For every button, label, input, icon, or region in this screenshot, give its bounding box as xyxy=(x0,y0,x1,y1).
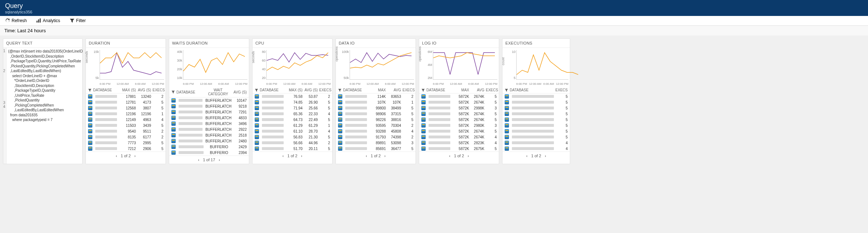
table-row[interactable]: 954095112 xyxy=(86,128,166,134)
column-filter-icon[interactable] xyxy=(505,88,508,92)
table-row[interactable]: 93288458084 xyxy=(336,128,416,134)
table-row[interactable]: BUFFERIO2394 xyxy=(169,150,249,155)
table-row[interactable]: 61.1028.704 xyxy=(253,128,332,134)
table-row[interactable]: 76.5853.872 xyxy=(253,93,332,99)
table-row[interactable]: 4 xyxy=(502,146,570,151)
table-row[interactable]: 99800384995 xyxy=(336,105,416,111)
table-row[interactable]: 5872K2674K5 xyxy=(419,93,499,99)
col-avg[interactable]: AVG (S) xyxy=(233,90,247,94)
column-filter-icon[interactable] xyxy=(338,88,342,92)
table-row[interactable]: 89891530983 xyxy=(336,140,416,146)
table-row[interactable]: BUFFERLATCH9218 xyxy=(169,103,249,109)
dataio-chart[interactable]: operations 100k50k 6:00 PM12:00 AM6:00 A… xyxy=(336,48,416,87)
col-avg[interactable]: AVG (S) xyxy=(304,88,318,92)
pager-next[interactable]: › xyxy=(219,158,220,162)
table-row[interactable]: 93595703042 xyxy=(336,122,416,128)
table-row[interactable]: 5872K2674K4 xyxy=(419,134,499,140)
col-database[interactable]: DATABASE xyxy=(93,88,118,92)
table-row[interactable]: BUFFERLATCH2480 xyxy=(169,138,249,144)
table-row[interactable]: 56.6644.962 xyxy=(253,140,332,146)
table-row[interactable]: 5 xyxy=(502,117,570,122)
cpu-chart[interactable]: seconds 80604020 6:00 PM12:00 AM6:00 AM1… xyxy=(253,48,332,87)
pager-prev[interactable]: ‹ xyxy=(449,154,451,158)
col-database[interactable]: DATABASE xyxy=(260,88,285,92)
refresh-button[interactable]: Refresh xyxy=(4,17,28,24)
table-row[interactable]: 98906373155 xyxy=(336,111,416,117)
column-filter-icon[interactable] xyxy=(255,88,258,92)
pager-next[interactable]: › xyxy=(301,154,302,158)
table-row[interactable]: 5872K2998K3 xyxy=(419,105,499,111)
table-row[interactable]: 777329955 xyxy=(86,140,166,146)
table-row[interactable]: BUFFERLATCH2518 xyxy=(169,132,249,138)
table-row[interactable]: 74.8526.905 xyxy=(253,99,332,105)
table-row[interactable]: 5872K2674K5 xyxy=(419,128,499,134)
table-row[interactable]: 813561772 xyxy=(86,134,166,140)
column-filter-icon[interactable] xyxy=(421,88,425,92)
table-row[interactable]: 5872K2980K3 xyxy=(419,122,499,128)
pager-next[interactable]: › xyxy=(545,154,546,158)
col-execs[interactable]: EXECS xyxy=(553,88,568,92)
table-row[interactable]: 71.9425.665 xyxy=(253,105,332,111)
table-row[interactable]: 5872K2675K5 xyxy=(419,146,499,151)
table-row[interactable]: 1278141735 xyxy=(86,99,166,105)
table-row[interactable]: 721229065 xyxy=(86,146,166,151)
table-row[interactable]: 98226388165 xyxy=(336,117,416,122)
table-row[interactable]: 85691364775 xyxy=(336,146,416,151)
table-row[interactable]: 5 xyxy=(502,128,570,134)
table-row[interactable]: 5 xyxy=(502,134,570,140)
pager-prev[interactable]: ‹ xyxy=(198,158,200,162)
pager-prev[interactable]: ‹ xyxy=(526,154,528,158)
col-max[interactable]: MAX xyxy=(370,88,386,92)
table-row[interactable]: BUFFERLATCH2922 xyxy=(169,126,249,132)
pager-prev[interactable]: ‹ xyxy=(116,154,117,158)
analytics-button[interactable]: Analytics xyxy=(35,17,62,24)
table-row[interactable]: BUFFERLATCH4833 xyxy=(169,115,249,121)
table-row[interactable]: 17881132402 xyxy=(86,93,166,99)
filter-button[interactable]: Filter xyxy=(68,17,87,24)
table-row[interactable]: 5 xyxy=(502,122,570,128)
col-database[interactable]: DATABASE xyxy=(426,88,452,92)
col-execs[interactable]: EXECS xyxy=(402,88,413,92)
table-row[interactable]: 5872K2674K5 xyxy=(419,111,499,117)
table-row[interactable]: 61.2961.291 xyxy=(253,122,332,128)
table-row[interactable]: BUFFERLATCH10147 xyxy=(169,97,249,103)
table-row[interactable]: 1150334395 xyxy=(86,122,166,128)
query-code[interactable]: (@max int)insert into data201835(OrderLi… xyxy=(7,48,84,164)
column-filter-icon[interactable] xyxy=(88,88,92,92)
table-row[interactable]: 5872K2674K5 xyxy=(419,99,499,105)
column-filter-icon[interactable] xyxy=(171,90,175,94)
exec-chart[interactable]: count 105 6:00 PM12:00 AM6:00 AM12:00 PM xyxy=(502,48,570,87)
table-row[interactable]: 56.8321.305 xyxy=(253,134,332,140)
table-row[interactable]: 114K836532 xyxy=(336,93,416,99)
pager-next[interactable]: › xyxy=(468,154,469,158)
col-database[interactable]: DATABASE xyxy=(510,88,552,92)
table-row[interactable]: 5 xyxy=(502,99,570,105)
table-row[interactable]: 5 xyxy=(502,93,570,99)
col-avg[interactable]: AVG xyxy=(387,88,401,92)
col-database[interactable]: DATABASE xyxy=(176,90,203,94)
col-execs[interactable]: EXECS xyxy=(319,88,330,92)
table-row[interactable]: 107K107K1 xyxy=(336,99,416,105)
col-waitcat[interactable]: WAIT CATEGORY xyxy=(205,88,231,96)
table-row[interactable]: 4 xyxy=(502,140,570,146)
table-row[interactable]: 1256838075 xyxy=(86,105,166,111)
pager-prev[interactable]: ‹ xyxy=(283,154,284,158)
table-row[interactable]: BUFFERLATCH3496 xyxy=(169,121,249,126)
table-row[interactable]: 64.7322.495 xyxy=(253,117,332,122)
col-database[interactable]: DATABASE xyxy=(343,88,368,92)
pager-next[interactable]: › xyxy=(384,154,386,158)
table-row[interactable]: 5 xyxy=(502,111,570,117)
col-avg[interactable]: AVG xyxy=(471,88,484,92)
duration-chart[interactable]: seconds 15k5k 6:00 PM12:00 AM6:00 AM12:0… xyxy=(86,48,166,87)
table-row[interactable]: 5872K2823K4 xyxy=(419,140,499,146)
table-row[interactable]: 5872K2674K5 xyxy=(419,117,499,122)
col-max[interactable]: MAX xyxy=(453,88,469,92)
pager-next[interactable]: › xyxy=(134,154,136,158)
pager-prev[interactable]: ‹ xyxy=(366,154,367,158)
waits-chart[interactable]: 40k30k20k10k 6:00 PM12:00 AM6:00 AM12:00… xyxy=(169,48,249,87)
col-max[interactable]: MAX (S) xyxy=(287,88,302,92)
table-row[interactable]: 51.7020.115 xyxy=(253,146,332,151)
table-row[interactable]: BUFFERIO2429 xyxy=(169,144,249,150)
col-execs[interactable]: EXECS xyxy=(153,88,163,92)
table-row[interactable]: 5 xyxy=(502,105,570,111)
